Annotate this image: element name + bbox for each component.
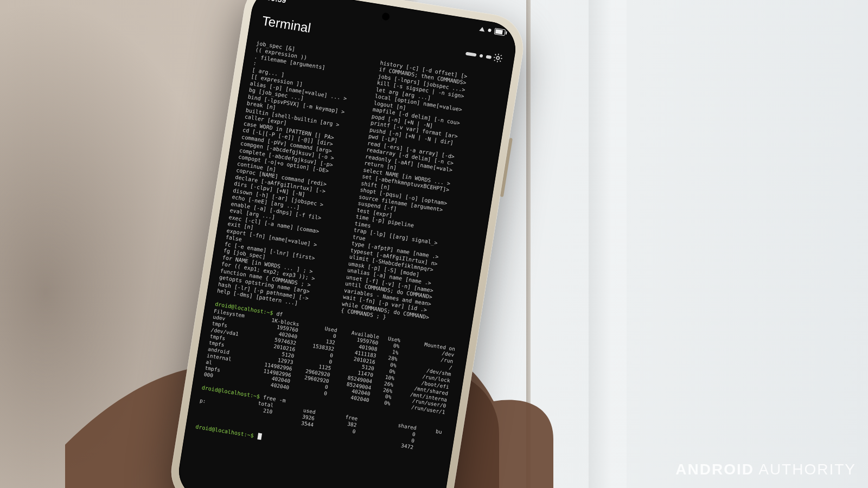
settings-button[interactable] bbox=[492, 52, 504, 64]
gear-icon bbox=[492, 52, 504, 64]
terminal-output[interactable]: job_spec [&] (( expression )) . filename… bbox=[184, 31, 512, 481]
door-frame-edge bbox=[526, 0, 531, 488]
battery-icon bbox=[494, 28, 506, 36]
svg-point-0 bbox=[496, 56, 500, 60]
cmd-df: df bbox=[276, 311, 284, 318]
door-trim bbox=[589, 0, 627, 488]
location-icon bbox=[479, 27, 485, 31]
watermark: ANDROID AUTHORITY bbox=[675, 461, 856, 478]
cursor bbox=[258, 433, 263, 440]
shell-prompt: droid@localhost:~$ bbox=[195, 423, 254, 439]
notification-dot-icon bbox=[488, 28, 492, 32]
photo-scene: 09:59 Terminal bbox=[0, 0, 868, 488]
app-title: Terminal bbox=[261, 13, 312, 36]
status-time: 09:59 bbox=[266, 0, 287, 4]
